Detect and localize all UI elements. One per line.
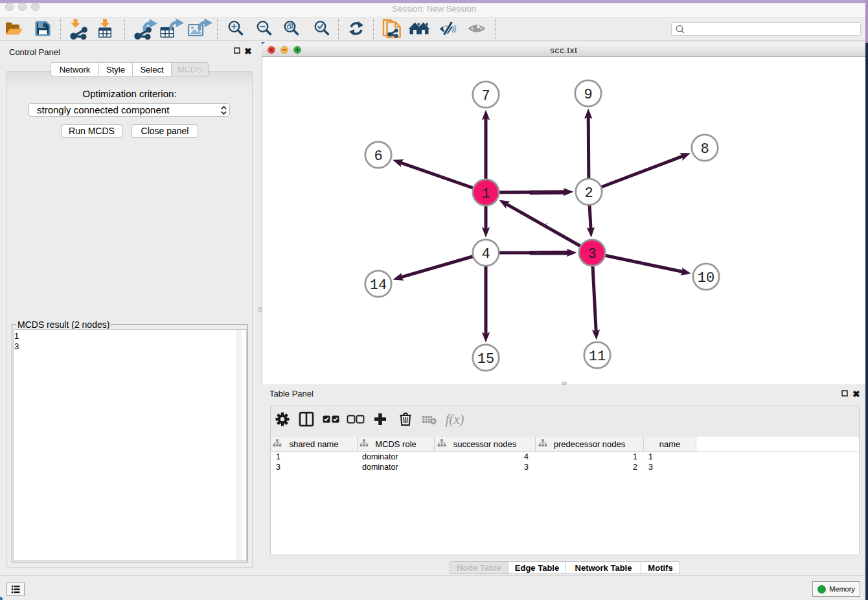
svg-text:11: 11 (589, 349, 606, 365)
svg-text:14: 14 (370, 277, 387, 294)
svg-text:10: 10 (698, 270, 714, 286)
svg-text:4: 4 (481, 246, 490, 262)
svg-text:1: 1 (481, 186, 490, 202)
svg-text:8: 8 (700, 141, 709, 157)
svg-text:6: 6 (374, 148, 382, 165)
svg-text:3: 3 (588, 246, 596, 262)
svg-text:2: 2 (584, 185, 593, 202)
svg-text:15: 15 (477, 351, 494, 367)
svg-text:7: 7 (481, 88, 490, 104)
svg-text:f(x): f(x) (445, 411, 464, 427)
svg-text:9: 9 (584, 87, 592, 103)
